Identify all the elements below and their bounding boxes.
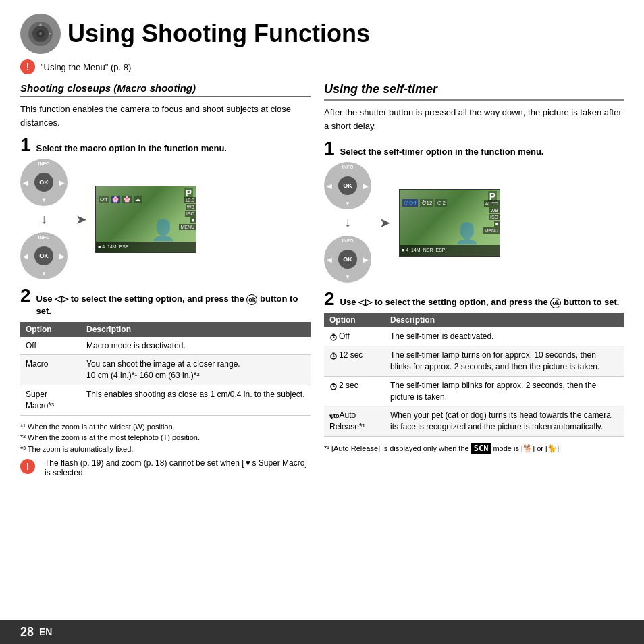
macro-desc-cell: This enables shooting as close as 1 cm/0… xyxy=(81,385,311,415)
timer-12sec: ⏱12 xyxy=(420,199,434,207)
timer-camera-controls: INFO OK ◀ ▶ ▼ ↓ INFO OK ◀ ▶ ▼ xyxy=(324,162,371,283)
timer-table-row: OffThe self-timer is deactivated. xyxy=(324,327,624,346)
timer-screen-auto: AUTO xyxy=(484,200,500,207)
timer-dpad-bottom-info: INFO xyxy=(342,238,354,243)
macro-desc-cell: Macro mode is deactivated. xyxy=(81,337,311,355)
screen-wb: WB xyxy=(186,204,196,210)
timer-table-header-desc: Description xyxy=(385,313,624,327)
macro-screen-preview: P Off 🌸 🌸̶ ☁ ±0.0 WB ISO ■ MENU xyxy=(95,186,196,253)
screen-scene: ■ xyxy=(190,217,196,223)
timer-footnote: *¹ [Auto Release] is displayed only when… xyxy=(324,442,624,454)
screen-flash-row: Off 🌸 🌸̶ ☁ xyxy=(99,196,180,203)
page-title: Using Shooting Functions xyxy=(68,20,370,47)
timer-screen-wb: WB xyxy=(489,207,500,213)
macro-step1-text: Select the macro option in the function … xyxy=(36,142,311,155)
timer-option-cell: Off xyxy=(324,327,385,346)
timer-option-cell: 12 sec xyxy=(324,346,385,377)
down-arrow-indicator: ↓ xyxy=(41,211,47,227)
timer-step1-header: 1 Select the self-timer option in the fu… xyxy=(324,139,624,158)
dpad-ok: OK xyxy=(34,173,53,192)
macro-alert: ! The flash (p. 19) and zoom (p. 18) can… xyxy=(20,458,311,477)
timer-step2-number: 2 xyxy=(324,290,335,308)
macro-option-cell: Macro xyxy=(20,355,81,385)
dpad-down-symbol: ▼ xyxy=(41,197,47,203)
timer-down-arrow: ↓ xyxy=(344,215,351,230)
macro-table: Option Description OffMacro mode is deac… xyxy=(20,322,311,416)
footer-page-number: 28 xyxy=(20,625,34,639)
timer-table-row: 𝛙toAuto Release*¹When your pet (cat or d… xyxy=(324,406,624,437)
scn-badge: SCN xyxy=(471,443,491,454)
arrow-to-screen: ➤ xyxy=(76,211,87,227)
macro-diagram: INFO OK ◀ ▶ ▼ ↓ INFO OK ◀ xyxy=(20,159,311,279)
timer-screen-frame: ■ 4 xyxy=(402,248,408,252)
timer-step2-text: Use ◁▷ to select the setting option, and… xyxy=(340,296,624,308)
dpad-left-arrow: ◀ xyxy=(23,179,28,186)
timer-step2-header: 2 Use ◁▷ to select the setting option, a… xyxy=(324,290,624,308)
dpad-info-label: INFO xyxy=(38,161,50,166)
timer-flash-row: ⏱Off ⏱12 ⏱2 xyxy=(402,199,483,207)
macro-footnotes: *¹ When the zoom is at the widest (W) po… xyxy=(20,421,311,455)
macro-step1-header: 1 Select the macro option in the functio… xyxy=(20,136,311,155)
header-alert: ! "Using the Menu" (p. 8) xyxy=(20,59,624,74)
page: Using Shooting Functions ! "Using the Me… xyxy=(0,0,644,644)
macro-table-row: OffMacro mode is deactivated. xyxy=(20,337,311,355)
macro-desc-cell: You can shoot the image at a closer rang… xyxy=(81,355,311,385)
dpad-bottom-right: ▶ xyxy=(59,252,65,260)
screen-frame-num: ■ 4 xyxy=(98,244,105,249)
alert-text: "Using the Menu" (p. 8) xyxy=(41,62,131,72)
alert-icon: ! xyxy=(20,59,35,74)
timer-screen-right: AUTO WB ISO ■ MENU xyxy=(483,200,500,234)
timer-dpad-bl: ◀ xyxy=(327,256,332,263)
macro-section-title: Shooting closeups (Macro shooting) xyxy=(20,82,311,97)
timer-dpad-right: ▶ xyxy=(363,182,369,190)
dpad-top: INFO OK ◀ ▶ ▼ xyxy=(20,159,68,206)
timer-step1-number: 1 xyxy=(324,139,335,158)
svg-point-3 xyxy=(39,32,42,35)
page-footer: 28 EN xyxy=(0,620,644,644)
macro-step2-text: Use ◁▷ to select the setting option, and… xyxy=(36,293,311,317)
macro-alert-text: The flash (p. 19) and zoom (p. 18) canno… xyxy=(45,458,311,477)
footnote-3: *³ The zoom is automatically fixed. xyxy=(20,444,311,455)
footnote-1: *¹ When the zoom is at the widest (W) po… xyxy=(20,421,311,433)
footer-language: EN xyxy=(39,626,52,637)
self-timer-desc: After the shutter button is pressed all … xyxy=(324,106,624,132)
header-icon xyxy=(20,14,61,54)
left-column: Shooting closeups (Macro shooting) This … xyxy=(20,82,311,477)
camera-controls-top: INFO OK ◀ ▶ ▼ ↓ INFO OK ◀ xyxy=(20,159,68,279)
timer-desc-cell: When your pet (cat or dog) turns its hea… xyxy=(385,406,624,437)
screen-esp: ESP xyxy=(119,244,129,249)
timer-footnote-1: *¹ [Auto Release] is displayed only when… xyxy=(324,442,624,454)
macro-table-row: MacroYou can shoot the image at a closer… xyxy=(20,355,311,385)
timer-desc-cell: The self-timer lamp turns on for approx.… xyxy=(385,346,624,377)
timer-dpad-down: ▼ xyxy=(345,200,350,207)
right-column: Using the self-timer After the shutter b… xyxy=(324,82,624,477)
timer-dpad-left: ◀ xyxy=(327,182,332,190)
main-columns: Shooting closeups (Macro shooting) This … xyxy=(20,82,624,477)
macro-option-cell: Super Macro*³ xyxy=(20,385,81,415)
dpad-bottom-info: INFO xyxy=(38,235,50,240)
macro-step2-header: 2 Use ◁▷ to select the setting option, a… xyxy=(20,286,311,317)
macro-section-desc: This function enables the camera to focu… xyxy=(20,103,311,129)
timer-step1-text: Select the self-timer option in the func… xyxy=(340,146,624,158)
timer-desc-cell: The self-timer is deactivated. xyxy=(385,327,624,346)
page-header: Using Shooting Functions xyxy=(20,14,624,54)
dpad-right-arrow: ▶ xyxy=(59,179,65,186)
timer-subject: 👤 xyxy=(454,221,479,245)
timer-table: Option Description OffThe self-timer is … xyxy=(324,313,624,437)
timer-screen-preview: P ⏱Off ⏱12 ⏱2 AUTO WB ISO ■ MENU xyxy=(399,189,500,257)
macro-step1-number: 1 xyxy=(20,136,31,155)
timer-dpad-br: ▶ xyxy=(363,256,369,263)
table-header-desc: Description xyxy=(81,322,311,337)
dpad-bottom: INFO OK ◀ ▶ ▼ xyxy=(20,232,68,279)
timer-option-cell: 𝛙toAuto Release*¹ xyxy=(324,406,385,437)
timer-screen-scene: ■ xyxy=(494,221,500,227)
timer-screen-nsr: NSR xyxy=(423,248,433,252)
timer-dpad-ok: OK xyxy=(338,176,357,195)
macro-off-icon: 🌸̶ xyxy=(122,196,132,203)
subject-silhouette: 👤 xyxy=(151,218,176,242)
timer-table-row: 2 secThe self-timer lamp blinks for appr… xyxy=(324,376,624,406)
macro-table-row: Super Macro*³This enables shooting as cl… xyxy=(20,385,311,415)
screen-menu: MENU xyxy=(179,224,196,230)
timer-dpad-top: INFO OK ◀ ▶ ▼ xyxy=(324,162,371,209)
timer-dpad-info: INFO xyxy=(342,165,354,169)
